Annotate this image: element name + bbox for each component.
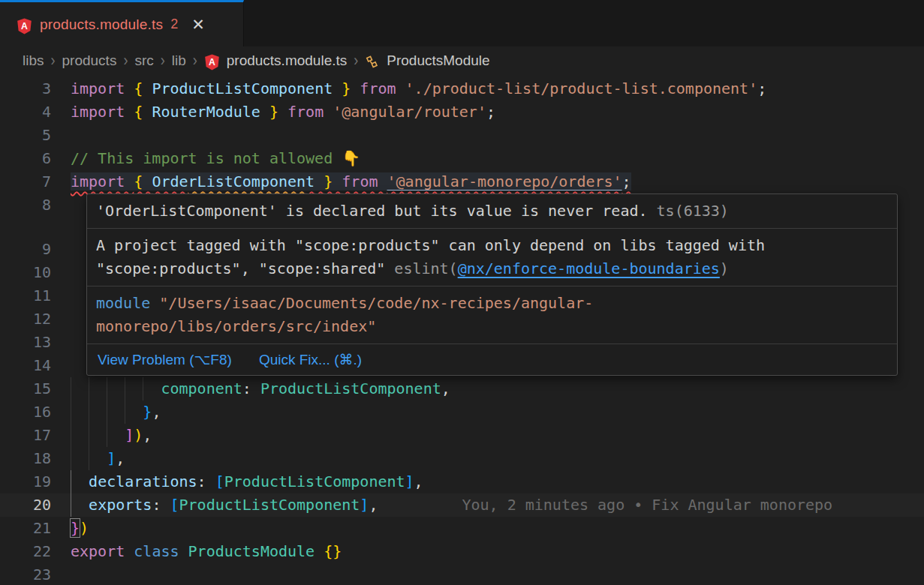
code-line-15[interactable]: 15 component: ProductListComponent, <box>0 377 924 400</box>
tab-title: products.module.ts <box>40 16 163 33</box>
line-number[interactable]: 23 <box>0 563 51 585</box>
hover-text: ts(6133) <box>657 202 729 220</box>
code-line-23[interactable]: 23 <box>0 563 924 585</box>
breadcrumb-separator: › <box>51 51 56 70</box>
line-number[interactable]: 12 <box>0 308 51 331</box>
code-line-text: import { RouterModule } from '@angular/r… <box>71 100 924 124</box>
code-token: ; <box>622 172 631 190</box>
line-number[interactable]: 14 <box>0 354 51 377</box>
breadcrumb-item-src[interactable]: src <box>134 52 153 69</box>
code-line-5[interactable]: 5 <box>0 124 924 147</box>
line-number[interactable]: 5 <box>0 124 51 147</box>
code-token: , <box>369 496 378 514</box>
nx-rule-link[interactable]: @nx/enforce-module-boundaries <box>458 260 720 278</box>
code-token: '@angular/router' <box>333 103 486 121</box>
breadcrumb-item-libs[interactable]: libs <box>23 52 44 69</box>
problems-count-badge: 2 <box>170 16 178 32</box>
code-line-text <box>71 124 924 147</box>
line-number[interactable]: 7 <box>0 170 51 194</box>
code-line-3[interactable]: 3import { ProductListComponent } from '.… <box>0 77 924 100</box>
code-token: ProductsModule <box>188 542 324 560</box>
line-number[interactable]: 4 <box>0 100 51 124</box>
line-number[interactable]: 19 <box>0 470 51 494</box>
line-number[interactable]: 6 <box>0 147 51 170</box>
code-line-text: }, <box>71 400 924 424</box>
hover-message-row: module "/Users/isaac/Documents/code/nx-r… <box>87 286 897 344</box>
code-line-text: // This import is not allowed 👇 <box>71 147 924 170</box>
hover-message-row: A project tagged with "scope:products" c… <box>87 228 897 286</box>
code-token: class <box>134 542 188 560</box>
code-token: from <box>287 103 333 121</box>
code-line-19[interactable]: 19 declarations: [ProductListComponent], <box>0 470 924 494</box>
code-token: 👇 <box>342 149 360 167</box>
code-token: // This import is not allowed <box>71 149 342 167</box>
line-number[interactable]: 21 <box>0 517 51 540</box>
code-token: { <box>134 103 152 121</box>
code-token <box>333 80 342 98</box>
code-token: : <box>242 380 260 398</box>
tab-products-module[interactable]: A products.module.ts 2 ✕ <box>0 0 244 46</box>
code-line-6[interactable]: 6// This import is not allowed 👇 <box>0 147 924 170</box>
line-number[interactable]: 3 <box>0 77 51 100</box>
line-number[interactable]: 10 <box>0 261 51 284</box>
angular-icon: A <box>17 18 32 34</box>
code-line-18[interactable]: 18 ], <box>0 447 924 470</box>
line-number[interactable]: 17 <box>0 424 51 447</box>
code-line-20[interactable]: 20 exports: [ProductListComponent],You, … <box>0 494 924 517</box>
code-token: ] <box>360 496 369 514</box>
hover-rows: 'OrderListComponent' is declared but its… <box>87 194 897 344</box>
git-blame-annotation: You, 2 minutes ago • Fix Angular monorep… <box>378 496 832 514</box>
breadcrumb-item-products-module-ts[interactable]: products.module.ts <box>227 52 348 69</box>
diagnostic-hover-popup: 'OrderListComponent' is declared but its… <box>86 194 898 376</box>
code-token: ] <box>405 472 414 490</box>
code-token: , <box>414 472 423 490</box>
line-number[interactable]: 18 <box>0 447 51 470</box>
hover-message-row: 'OrderListComponent' is declared but its… <box>87 194 897 228</box>
breadcrumb-separator: › <box>354 51 358 70</box>
line-number[interactable]: 13 <box>0 331 51 354</box>
line-number[interactable]: 16 <box>0 400 51 424</box>
line-number[interactable]: 8 <box>0 194 51 217</box>
code-line-4[interactable]: 4import { RouterModule } from '@angular/… <box>0 100 924 124</box>
code-line-17[interactable]: 17 ]), <box>0 424 924 447</box>
code-token <box>71 380 161 398</box>
code-line-16[interactable]: 16 }, <box>0 400 924 424</box>
code-line-text: declarations: [ProductListComponent], <box>71 470 924 494</box>
line-number[interactable]: 22 <box>0 540 51 563</box>
breadcrumb: libs›products›src›lib›Aproducts.module.t… <box>0 46 924 75</box>
code-token: from <box>360 80 405 98</box>
indent-guide <box>107 400 107 424</box>
code-token: ; <box>486 103 495 121</box>
line-number[interactable]: 11 <box>0 284 51 308</box>
line-number[interactable]: 15 <box>0 377 51 400</box>
code-token: ) <box>80 519 89 537</box>
indent-guide <box>71 447 71 470</box>
line-number[interactable]: 9 <box>0 238 51 261</box>
hover-text: monorepo/libs/orders/src/index" <box>96 317 376 335</box>
indent-guide <box>89 447 89 470</box>
code-line-21[interactable]: 21}) <box>0 517 924 540</box>
svg-text:A: A <box>209 57 215 68</box>
close-icon[interactable]: ✕ <box>191 16 205 32</box>
line-number[interactable]: 20 <box>0 494 51 517</box>
code-token <box>71 472 89 490</box>
breadcrumb-separator: › <box>193 51 197 70</box>
view-problem-action[interactable]: View Problem (⌥F8) <box>98 351 232 368</box>
code-token: ; <box>757 80 766 98</box>
breadcrumb-item-lib[interactable]: lib <box>172 52 186 69</box>
code-token: ProductListComponent <box>224 472 405 490</box>
code-line-text <box>71 563 924 585</box>
code-token: { <box>134 172 152 190</box>
quick-fix-action[interactable]: Quick Fix... (⌘.) <box>259 351 362 368</box>
code-token <box>315 172 324 190</box>
breadcrumb-item-products[interactable]: products <box>62 52 117 69</box>
code-line-7[interactable]: 7import { OrderListComponent } from '@an… <box>0 170 924 194</box>
code-token: , <box>116 449 125 467</box>
code-line-text: import { OrderListComponent } from '@ang… <box>71 170 924 194</box>
code-token: './product-list/product-list.component' <box>405 80 758 98</box>
code-token: { <box>134 80 152 98</box>
breadcrumb-item-productsmodule[interactable]: ProductsModule <box>387 52 489 69</box>
code-line-text: }) <box>71 517 924 540</box>
code-token: import <box>71 103 134 121</box>
code-line-22[interactable]: 22export class ProductsModule {} <box>0 540 924 563</box>
